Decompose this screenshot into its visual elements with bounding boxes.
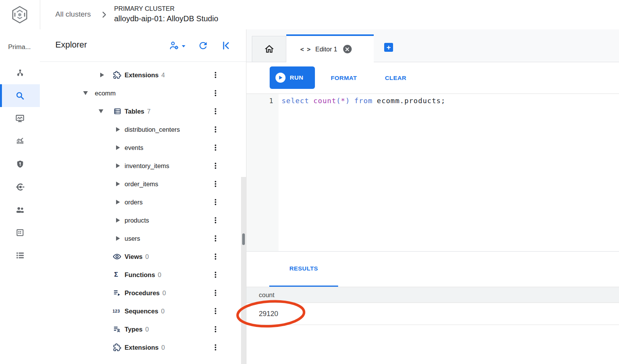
plus-icon: +	[386, 43, 391, 52]
item-menu-icon[interactable]	[215, 238, 216, 239]
item-menu-icon[interactable]	[215, 147, 216, 148]
item-menu-icon[interactable]	[215, 92, 216, 94]
refresh-button[interactable]	[198, 40, 209, 53]
item-menu-icon[interactable]	[215, 129, 216, 130]
item-menu-icon[interactable]	[215, 219, 216, 221]
explorer-header: Explorer	[40, 29, 246, 62]
nav-item-clusters[interactable]	[0, 61, 40, 84]
item-menu-icon[interactable]	[215, 310, 216, 312]
sql-code-line[interactable]: selectcount(*)fromecomm.products;	[282, 97, 446, 105]
item-menu-icon[interactable]	[215, 256, 216, 257]
home-tab[interactable]	[252, 36, 286, 62]
alloydb-studio-app: All clusters PRIMARY CLUSTER alloydb-aip…	[0, 0, 619, 364]
home-icon	[264, 44, 275, 54]
expand-arrow-icon[interactable]	[116, 163, 120, 168]
collapse-panel-button[interactable]	[221, 40, 232, 53]
nav-item-operations[interactable]	[0, 244, 40, 267]
nav-item-monitoring[interactable]	[0, 130, 40, 153]
tree-count: 4	[161, 71, 165, 78]
item-menu-icon[interactable]	[215, 201, 216, 203]
explorer-panel: Explorer	[40, 29, 246, 364]
tree-item-users[interactable]: users	[40, 229, 246, 247]
list-icon	[15, 250, 25, 260]
expand-arrow-icon[interactable]	[116, 236, 120, 241]
explorer-scrollbar[interactable]	[241, 177, 246, 364]
tab-results[interactable]: RESULTS	[269, 252, 338, 286]
tree-item-orders[interactable]: orders	[40, 193, 246, 211]
tree-label: Tables	[125, 107, 144, 114]
editor-area: < > Editor 1 + RUN FORMAT CLEAR	[246, 29, 619, 364]
nav-item-users[interactable]	[0, 198, 40, 221]
expand-arrow-icon[interactable]	[116, 218, 120, 223]
tree-item-functions[interactable]: Σ Functions0	[40, 265, 246, 284]
expand-arrow-icon[interactable]	[116, 127, 120, 132]
tree-item-events[interactable]: events	[40, 138, 246, 156]
nav-item-system-insights[interactable]	[0, 107, 40, 130]
expand-arrow-icon[interactable]	[100, 73, 104, 77]
tree-item-tables[interactable]: Tables7	[40, 102, 246, 120]
tree-item-products[interactable]: products	[40, 211, 246, 229]
count-value: 29120	[259, 310, 278, 318]
item-menu-icon[interactable]	[215, 183, 216, 185]
item-menu-icon[interactable]	[215, 292, 216, 294]
tree-item-distribution-centers[interactable]: distribution_centers	[40, 120, 246, 138]
tree-item-order-items[interactable]: order_items	[40, 175, 246, 193]
tree-item-extensions[interactable]: Extensions4	[40, 66, 246, 84]
user-gear-icon	[169, 40, 186, 52]
item-menu-icon[interactable]	[215, 328, 216, 330]
item-menu-icon[interactable]	[215, 274, 216, 276]
collapse-arrow-icon[interactable]	[83, 91, 88, 95]
sql-function: count	[313, 97, 336, 105]
item-menu-icon[interactable]	[215, 165, 216, 167]
sql-keyword: select	[282, 97, 309, 105]
caret-down-icon	[182, 45, 185, 48]
close-tab-button[interactable]	[343, 45, 352, 53]
breadcrumb-cluster-type: PRIMARY CLUSTER	[114, 5, 174, 12]
tree-item-ecomm[interactable]: ecomm	[40, 84, 246, 102]
nav-item-connections[interactable]	[0, 175, 40, 198]
logo-cell	[0, 0, 40, 29]
tree-label: Extensions	[125, 71, 159, 78]
sql-keyword: from	[354, 97, 373, 105]
grid-box-icon	[15, 228, 25, 237]
item-menu-icon[interactable]	[215, 347, 216, 348]
tree-item-types[interactable]: Types0	[40, 320, 246, 338]
scrollbar-thumb[interactable]	[242, 233, 245, 245]
numbers-123-icon: 123	[113, 309, 120, 313]
expand-arrow-icon[interactable]	[116, 182, 120, 186]
clear-button[interactable]: CLEAR	[385, 62, 406, 94]
tree-item-inventory-items[interactable]: inventory_items	[40, 156, 246, 175]
nav-item-databases[interactable]	[0, 221, 40, 244]
tree-item-extensions-0[interactable]: Extensions0	[40, 338, 246, 356]
project-label-truncated: Prima...	[8, 43, 31, 51]
extension-icon	[113, 343, 121, 352]
expand-arrow-icon[interactable]	[116, 145, 120, 150]
alloydb-logo-icon	[10, 5, 29, 24]
extension-icon	[113, 71, 121, 79]
sql-editor[interactable]: 1 selectcount(*)fromecomm.products;	[246, 94, 619, 251]
item-menu-icon[interactable]	[215, 74, 216, 76]
add-tab-button[interactable]: +	[384, 43, 393, 52]
collapse-arrow-icon[interactable]	[99, 109, 103, 113]
tab-editor-1[interactable]: < > Editor 1	[286, 34, 374, 62]
tree-item-procedures[interactable]: Procedures0	[40, 284, 246, 302]
nav-item-security[interactable]	[0, 153, 40, 175]
results-data-row[interactable]: 29120	[246, 303, 619, 325]
results-header-row: count	[246, 287, 619, 303]
two-users-icon	[15, 205, 25, 215]
nav-item-studio[interactable]	[0, 84, 40, 107]
play-icon	[275, 73, 286, 83]
tree-item-sequences[interactable]: 123 Sequences0	[40, 302, 246, 320]
chevron-right-icon	[100, 10, 108, 19]
tree-item-views[interactable]: Views0	[40, 247, 246, 265]
expand-arrow-icon[interactable]	[116, 200, 120, 204]
cluster-icon	[15, 68, 25, 78]
tree-label: ecomm	[95, 89, 116, 96]
top-header: All clusters PRIMARY CLUSTER alloydb-aip…	[0, 0, 619, 30]
format-button[interactable]: FORMAT	[331, 62, 357, 94]
item-menu-icon[interactable]	[215, 111, 216, 112]
breadcrumb-all-clusters[interactable]: All clusters	[55, 10, 91, 19]
run-button[interactable]: RUN	[270, 66, 315, 89]
line-number: 1	[246, 97, 273, 105]
user-settings-button[interactable]	[169, 40, 186, 53]
